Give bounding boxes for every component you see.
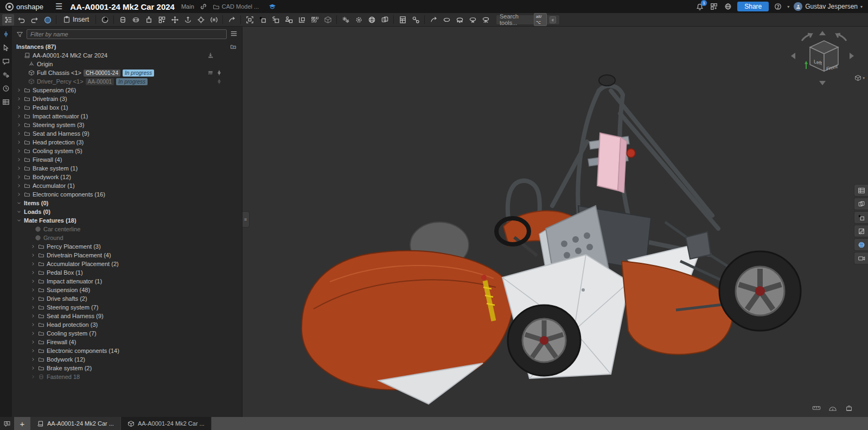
tree-folder-suspension[interactable]: Suspension (26) <box>12 86 242 94</box>
transform-icon[interactable] <box>296 14 308 26</box>
ball-mate-icon[interactable] <box>195 14 207 26</box>
loads-section-header[interactable]: Loads (0) <box>12 207 242 216</box>
graphics-viewport[interactable]: ≡ <box>242 27 868 417</box>
versions-panel-icon[interactable] <box>1 71 11 79</box>
mate-folder-brake-system[interactable]: Brake system (2) <box>12 364 242 372</box>
configurations-panel-icon[interactable] <box>854 198 868 210</box>
position-pin-icon[interactable] <box>216 69 222 76</box>
linear-pattern-icon[interactable] <box>309 14 321 26</box>
mate-folder-head-protection[interactable]: Head protection (3) <box>12 320 242 329</box>
tab-part-studio[interactable]: AA-A0001-24 Mk2 Car ... <box>121 417 212 430</box>
tree-row-origin[interactable]: Origin <box>12 60 242 68</box>
tree-folder-electronic-components[interactable]: Electronic components (16) <box>12 190 242 199</box>
named-views-panel-icon[interactable] <box>854 252 868 264</box>
bom-icon[interactable] <box>397 14 409 26</box>
insert-part-icon[interactable] <box>283 14 295 26</box>
link-icon[interactable] <box>199 2 208 11</box>
mate-folder-drive-shafts[interactable]: Drive shafts (2) <box>12 294 242 303</box>
mate-folder-cooling-system[interactable]: Cooling system (7) <box>12 329 242 338</box>
selection-tools-icon[interactable] <box>1 43 11 52</box>
pin-slot-mate-icon[interactable] <box>182 14 194 26</box>
cylindrical-mate-icon[interactable] <box>169 14 181 26</box>
parallel-mate-icon[interactable] <box>208 14 220 26</box>
app-store-icon[interactable] <box>709 2 719 11</box>
mate-folder-accumulator-placement[interactable]: Accumulator Placement (2) <box>12 260 242 268</box>
tab-assembly[interactable]: AA-A0001-24 Mk2 Car ... <box>30 417 121 430</box>
mass-properties-icon[interactable] <box>844 404 854 412</box>
mate-folder-seat-harness[interactable]: Seat and Harness (9) <box>12 312 242 320</box>
tree-row-driver-percy[interactable]: Driver_Percy <1> AA-00001 In progress <box>12 77 242 86</box>
appearance-icon[interactable] <box>480 14 492 26</box>
document-menu-icon[interactable]: ☰ <box>55 2 62 11</box>
history-panel-icon[interactable] <box>1 84 11 93</box>
mate-features-section-header[interactable]: Mate Features (18) <box>12 216 242 225</box>
add-tab-button[interactable]: + <box>14 417 30 430</box>
tree-folder-bodywork[interactable]: Bodywork (12) <box>12 173 242 181</box>
learning-center-icon[interactable] <box>267 2 277 11</box>
planar-mate-icon[interactable] <box>156 14 168 26</box>
undo-icon[interactable] <box>15 14 27 26</box>
redo-icon[interactable] <box>28 14 40 26</box>
instances-header[interactable]: Instances (87) <box>12 42 242 51</box>
appearance-panel-icon[interactable] <box>854 238 868 251</box>
tree-folder-cooling-system[interactable]: Cooling system (5) <box>12 147 242 155</box>
tree-folder-impact-attenuator[interactable]: Impact attenuator (1) <box>12 112 242 121</box>
view-cube[interactable]: Left Front <box>790 30 858 86</box>
mate-folder-drivetrain-placement[interactable]: Drivetrain Placement (4) <box>12 251 242 260</box>
replicate-icon[interactable] <box>270 14 282 26</box>
clips-icon[interactable] <box>379 14 391 26</box>
tree-folder-head-protection[interactable]: Head protection (3) <box>12 138 242 147</box>
properties-table-icon[interactable] <box>1 98 11 106</box>
mate-folder-percy-placement[interactable]: Percy Placement (3) <box>12 242 242 251</box>
ruler-icon[interactable] <box>812 404 821 412</box>
mate-folder-pedal-box[interactable]: Pedal Box (1) <box>12 268 242 277</box>
share-button[interactable]: Share <box>737 2 769 11</box>
instances-panel-toggle-icon[interactable] <box>2 14 14 26</box>
sync-icon[interactable] <box>41 14 53 26</box>
tree-folder-accumulator[interactable]: Accumulator (1) <box>12 181 242 190</box>
position-pin-icon[interactable] <box>216 78 222 85</box>
mate-relation-icon[interactable] <box>226 14 238 26</box>
workspace-context[interactable]: CAD Model ... <box>213 3 259 10</box>
notifications-bell-icon[interactable]: 1 <box>695 2 705 11</box>
hidden-instances-icon[interactable] <box>322 14 334 26</box>
named-positions-icon[interactable] <box>441 14 452 26</box>
tree-row-full-chassis[interactable]: Full Chassis <1> CH-00001-24 In progress <box>12 68 242 77</box>
section-view-panel-icon[interactable] <box>854 225 868 237</box>
slider-mate-icon[interactable] <box>143 14 155 26</box>
open-in-folder-icon[interactable] <box>230 43 237 50</box>
comments-panel-icon[interactable] <box>1 57 11 66</box>
revolute-mate-icon[interactable] <box>130 14 142 26</box>
user-menu[interactable]: Gustav Jespersen ▾ <box>794 2 863 11</box>
items-section-header[interactable]: Items (0) <box>12 199 242 207</box>
mechanism-icon[interactable] <box>340 14 352 26</box>
display-states-icon[interactable] <box>454 14 465 26</box>
tree-root-assembly[interactable]: AA-A0001-24 Mk2 Car 2024 <box>12 51 242 60</box>
interference-icon[interactable] <box>366 14 378 26</box>
insert-button[interactable]: Insert <box>59 15 93 24</box>
tree-folder-firewall[interactable]: Firewall (4) <box>12 155 242 164</box>
balloon-icon[interactable] <box>410 14 422 26</box>
pattern-grid-icon[interactable] <box>207 69 214 76</box>
filter-input[interactable] <box>27 29 227 39</box>
mate-folder-electronic-components[interactable]: Electronic components (14) <box>12 346 242 355</box>
tree-folder-pedal-box[interactable]: Pedal box (1) <box>12 103 242 112</box>
bom-table-panel-icon[interactable] <box>854 184 868 197</box>
mate-connector-icon[interactable] <box>99 14 111 26</box>
mate-row-fastened-18[interactable]: Fastened 18 <box>12 372 242 381</box>
mate-folder-bodywork[interactable]: Bodywork (12) <box>12 355 242 364</box>
list-options-icon[interactable] <box>230 30 238 39</box>
onshape-logo[interactable]: onshape <box>5 3 43 11</box>
display-states-panel-icon[interactable] <box>854 211 868 224</box>
configurations-icon[interactable] <box>467 14 478 26</box>
fastened-mate-icon[interactable] <box>117 14 129 26</box>
mate-folder-suspension[interactable]: Suspension (48) <box>12 286 242 294</box>
mate-connectors-panel-icon[interactable] <box>1 30 11 39</box>
tree-folder-seat-harness[interactable]: Seat and Harness (9) <box>12 129 242 138</box>
fix-ground-icon[interactable] <box>207 52 214 59</box>
branch-label[interactable]: Main <box>181 3 194 10</box>
view-menu-icon[interactable]: ▾ <box>854 74 865 81</box>
feature-pattern-icon[interactable] <box>257 14 269 26</box>
search-tools[interactable]: Search tools... alt/⌥ c <box>496 15 560 25</box>
help-caret-icon[interactable]: ▾ <box>787 4 789 9</box>
